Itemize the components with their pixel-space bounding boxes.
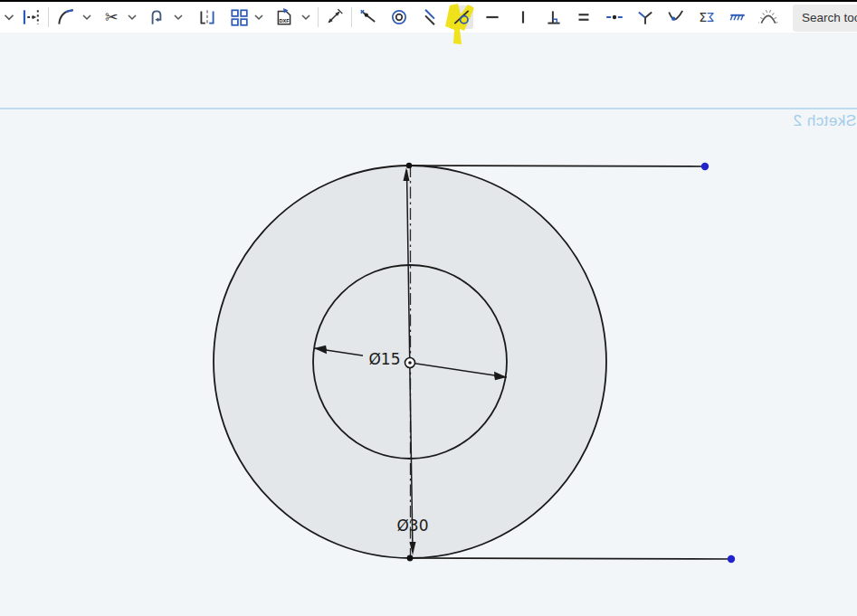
chevron-down-icon[interactable] <box>124 5 140 29</box>
dimension-icon[interactable] <box>322 5 346 29</box>
vertex-top[interactable] <box>406 163 412 168</box>
chevron-down-icon[interactable] <box>79 5 95 29</box>
parallel-icon[interactable] <box>418 5 442 29</box>
svg-text:DXF: DXF <box>280 18 290 24</box>
toolbar-divider <box>351 7 352 27</box>
chevron-down-icon[interactable] <box>170 5 186 29</box>
dimension-d15-label[interactable]: Ø15 <box>368 350 400 368</box>
bottom-tangent-line[interactable] <box>410 558 731 559</box>
perpendicular-icon[interactable] <box>542 5 566 29</box>
pierce-icon[interactable] <box>664 5 688 29</box>
svg-text:✂: ✂ <box>105 8 119 26</box>
offset-icon[interactable] <box>145 5 168 29</box>
toolbar-divider <box>48 7 49 27</box>
vertex-bottom[interactable] <box>407 555 414 562</box>
chevron-down-icon[interactable] <box>298 5 314 29</box>
chevron-down-icon[interactable] <box>251 5 267 29</box>
symmetric-icon[interactable]: Σ Σ <box>695 5 719 29</box>
vertical-icon[interactable] <box>511 5 535 29</box>
pattern-icon[interactable] <box>227 5 251 29</box>
chevron-down-icon[interactable] <box>1 5 17 29</box>
curvature-icon[interactable] <box>757 5 780 29</box>
fillet-icon[interactable] <box>54 5 78 29</box>
dxf-import-icon[interactable]: DXF <box>272 5 296 29</box>
equal-icon[interactable] <box>572 5 595 29</box>
center-point[interactable] <box>405 358 415 368</box>
horizontal-icon[interactable] <box>481 5 504 29</box>
endpoint-top-right[interactable] <box>701 163 709 170</box>
search-label: Search tools <box>802 11 857 24</box>
trim-icon[interactable]: ✂ <box>100 5 123 29</box>
top-tangent-line[interactable] <box>409 166 705 166</box>
toolbar-divider <box>318 7 319 27</box>
mirror-icon[interactable] <box>195 5 219 29</box>
concentric-icon[interactable] <box>387 5 411 29</box>
endpoint-bottom-right[interactable] <box>728 555 735 563</box>
coincident-icon[interactable] <box>357 5 380 29</box>
dimension-d30-label[interactable]: Ø30 <box>396 516 428 535</box>
tangent-icon[interactable] <box>450 5 473 29</box>
normal-icon[interactable] <box>633 5 657 29</box>
search-input[interactable]: Search tools <box>793 5 857 32</box>
sketch-toolbar: ✂ DXF <box>0 0 857 33</box>
svg-text:Σ: Σ <box>707 10 715 24</box>
midpoint-icon[interactable] <box>603 5 626 29</box>
fix-icon[interactable] <box>726 5 749 29</box>
sketch-geometry: Ø30 Ø15 <box>0 33 857 616</box>
sketch-canvas[interactable]: Sketch 2 Ø30 Ø15 <box>0 33 857 616</box>
extend-icon[interactable] <box>18 5 42 29</box>
